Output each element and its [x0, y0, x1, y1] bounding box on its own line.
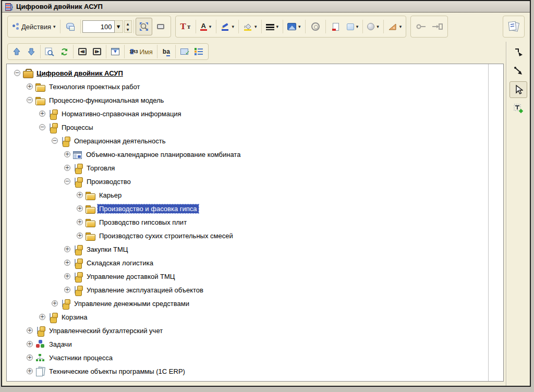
drawing-toolbar [506, 42, 530, 386]
tree-item[interactable]: +Закупки ТМЦ [7, 242, 503, 256]
tree-item[interactable]: +Объемно-календарное планирование комбин… [7, 148, 503, 161]
tree-item[interactable]: +Управление эксплуатацией объектов [7, 283, 503, 297]
tree-item[interactable]: +Технология проектных работ [7, 80, 503, 93]
move-up-button[interactable] [9, 45, 24, 58]
pointer-icon [514, 84, 523, 95]
tree-item[interactable]: −Производство [7, 175, 503, 188]
line-arrow-button[interactable] [509, 63, 527, 79]
collapse-toggle-icon[interactable]: − [52, 138, 58, 144]
tree-item-label: Управление денежными средствами [72, 299, 191, 308]
collapse-toggle-icon[interactable]: − [14, 70, 20, 76]
refresh-button[interactable] [57, 45, 71, 58]
ruler-button[interactable] [385, 18, 405, 35]
pointer-button[interactable] [509, 81, 527, 98]
tree-item[interactable]: +Производство и фасовка гипса [7, 202, 503, 215]
node-icon [73, 164, 82, 173]
elbow-connector-button[interactable] [509, 44, 527, 60]
tree-item[interactable]: +Управление доставкой ТМЦ [7, 270, 503, 283]
expand-toggle-icon[interactable]: + [64, 287, 70, 293]
tree-item[interactable]: +Задачи [7, 337, 503, 351]
move-down-button[interactable] [24, 45, 39, 58]
expand-toggle-icon[interactable]: + [27, 83, 33, 90]
text-insert-button[interactable] [509, 100, 527, 117]
diagram-document-icon [5, 3, 13, 11]
expand-toggle-icon[interactable]: + [64, 246, 70, 252]
collapse-left-icon: ◀▮ [78, 48, 87, 55]
tree-item[interactable]: +Торговля [7, 161, 503, 175]
translit-button[interactable]: ba [159, 45, 174, 58]
node-icon [35, 326, 45, 335]
sphere-button[interactable] [365, 18, 382, 35]
collapse-toggle-icon[interactable]: − [39, 124, 45, 130]
pages-stack-button[interactable] [505, 18, 523, 35]
zoom-dropdown-icon[interactable]: ▼ [115, 20, 123, 33]
fill-color-button[interactable] [240, 18, 260, 35]
expand-toggle-icon[interactable]: + [39, 314, 45, 320]
tree-item-label: Складская логистика [85, 259, 155, 267]
tree-item-label: Прозводство гипсовых плит [98, 218, 188, 227]
zoom-stepper[interactable]: ▲▼ [124, 20, 132, 33]
expand-toggle-icon[interactable]: + [64, 273, 70, 279]
expand-toggle-icon[interactable]: + [27, 341, 33, 347]
tree-settings-button[interactable] [192, 45, 207, 58]
tree-item[interactable]: +Карьер [7, 188, 503, 202]
expand-toggle-icon[interactable]: + [27, 368, 33, 374]
expand-toggle-icon[interactable]: + [64, 260, 70, 266]
font-color-button[interactable]: A [198, 18, 214, 35]
tree-item[interactable]: +Нормативно-справочная информация [7, 107, 503, 120]
font-button[interactable]: Tт [177, 18, 194, 35]
line-style-button[interactable] [263, 18, 282, 35]
expand-right-button[interactable]: ▮▶ [90, 45, 104, 58]
page-button[interactable] [327, 18, 344, 35]
expand-toggle-icon[interactable]: + [27, 327, 33, 334]
tree-item[interactable]: +Участники процесса [7, 351, 503, 364]
collapse-toggle-icon[interactable]: − [27, 97, 33, 103]
cube-button[interactable] [344, 18, 361, 35]
show-name-button[interactable]: 1Я3 Имя [126, 45, 155, 58]
node-icon [73, 245, 82, 254]
tree-item[interactable]: −Операционная деятельность [7, 134, 503, 148]
tree-item[interactable]: +Корзина [7, 310, 503, 324]
tree-item[interactable]: +Управленческий бухгалтерский учет [7, 324, 503, 337]
zoom-input[interactable] [82, 20, 115, 33]
expand-toggle-icon[interactable]: + [77, 219, 83, 225]
expand-toggle-icon[interactable]: + [77, 192, 83, 198]
tree-item[interactable]: −Процессы [7, 120, 503, 134]
database-calc-button[interactable] [62, 18, 79, 35]
find-button[interactable] [42, 45, 57, 58]
folder-icon [86, 231, 95, 240]
tree-item-label: Цифровой двойник АСУП [35, 69, 125, 78]
picture-button[interactable] [285, 18, 304, 35]
expand-toggle-icon[interactable]: + [64, 151, 70, 157]
picture-check-button[interactable] [177, 45, 192, 58]
tree-item-label: Операционная деятельность [72, 137, 167, 145]
expand-toggle-icon[interactable]: + [27, 354, 33, 361]
actions-button[interactable]: Действия [9, 18, 58, 35]
tree-item[interactable]: −Цифровой двойник АСУП [7, 66, 503, 80]
tree-item-label: Торговля [85, 164, 116, 173]
tree-item[interactable]: −Процессно-функциональная модель [7, 93, 503, 107]
line-color-button[interactable] [218, 18, 237, 35]
expand-toggle-icon[interactable]: + [64, 165, 70, 171]
tree-item[interactable]: +Складская логистика [7, 256, 503, 270]
tree-item[interactable]: +Технические объекты программы (1С ERP) [7, 364, 503, 378]
expand-toggle-icon[interactable]: + [52, 300, 58, 307]
title-bar[interactable]: Цифровой двойник АСУП [2, 1, 530, 13]
tree-item[interactable]: +Управление денежными средствами [7, 297, 503, 310]
tree-item[interactable]: +Прозводство гипсовых плит [7, 215, 503, 229]
dock-window-button[interactable]: ▼ [108, 45, 123, 58]
collapse-left-button[interactable]: ◀▮ [75, 45, 90, 58]
expand-toggle-icon[interactable]: + [39, 111, 45, 117]
zoom-fit-button[interactable] [136, 18, 152, 35]
tree-item-label: Технические объекты программы (1С ERP) [47, 367, 187, 376]
stepper-down-icon[interactable]: ▼ [125, 27, 131, 32]
tree-item[interactable]: +Производство сухих строительных смесей [7, 229, 503, 242]
expand-toggle-icon[interactable]: + [77, 232, 83, 239]
collapse-toggle-icon[interactable]: − [64, 178, 70, 185]
expand-toggle-icon[interactable]: + [77, 205, 83, 212]
point-button[interactable] [307, 18, 324, 35]
node-icon [60, 137, 70, 145]
stepper-up-icon[interactable]: ▲ [125, 21, 131, 27]
separator [196, 20, 196, 33]
preview-frame-button[interactable] [152, 18, 169, 35]
